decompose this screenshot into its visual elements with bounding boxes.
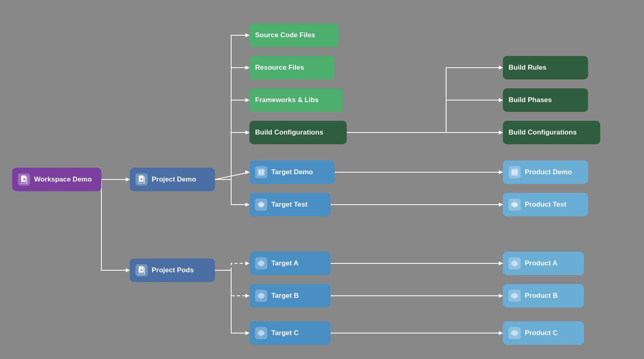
frameworks-node: Frameworks & Libs <box>249 88 343 112</box>
build-rules-label: Build Rules <box>509 64 547 72</box>
svg-rect-37 <box>512 170 514 175</box>
workspace-demo-node: A Workspace Demo <box>12 168 101 191</box>
product-a-node: Product A <box>503 252 584 275</box>
target-a-icon <box>255 257 267 269</box>
product-c-node: Product C <box>503 321 584 345</box>
project-demo-icon: A <box>135 173 148 186</box>
svg-marker-1 <box>126 177 130 182</box>
target-b-node: Target B <box>249 284 331 308</box>
svg-rect-34 <box>259 170 261 175</box>
product-b-icon <box>509 290 521 302</box>
svg-marker-18 <box>245 261 249 265</box>
svg-marker-4 <box>245 66 249 70</box>
svg-marker-10 <box>499 98 503 102</box>
project-pods-icon: A <box>135 264 148 276</box>
product-a-label: Product A <box>525 259 558 267</box>
build-config-left-label: Build Configurations <box>255 128 323 137</box>
product-b-node: Product B <box>503 284 584 308</box>
project-demo-node: A Project Demo <box>130 168 215 191</box>
svg-line-7 <box>215 172 249 180</box>
build-phases-node: Build Phases <box>503 88 588 112</box>
svg-marker-16 <box>499 203 503 207</box>
svg-rect-33 <box>258 169 265 176</box>
target-demo-icon <box>255 166 267 178</box>
target-c-node: Target C <box>249 321 331 345</box>
target-b-icon <box>255 290 267 302</box>
svg-marker-24 <box>499 294 503 298</box>
product-test-label: Product Test <box>525 201 567 209</box>
target-c-label: Target C <box>271 329 299 337</box>
svg-text:A: A <box>23 177 26 181</box>
svg-marker-8 <box>245 170 249 174</box>
build-config-right-node: Build Configurations <box>503 121 600 144</box>
product-c-icon <box>509 327 521 339</box>
source-code-label: Source Code Files <box>255 31 315 39</box>
svg-rect-38 <box>515 170 517 175</box>
project-demo-label: Project Demo <box>152 175 196 184</box>
target-a-label: Target A <box>271 259 298 267</box>
build-config-left-node: Build Configurations <box>249 121 347 144</box>
svg-marker-12 <box>499 130 503 135</box>
svg-marker-17 <box>245 203 249 207</box>
svg-rect-35 <box>262 170 264 175</box>
target-a-node: Target A <box>249 252 331 275</box>
source-code-node: Source Code Files <box>249 24 339 47</box>
resource-files-label: Resource Files <box>255 64 304 72</box>
svg-marker-2 <box>126 268 130 272</box>
product-demo-icon <box>509 166 521 178</box>
svg-marker-26 <box>499 331 503 335</box>
workspace-demo-label: Workspace Demo <box>34 175 92 184</box>
svg-marker-22 <box>499 261 503 265</box>
svg-rect-36 <box>511 169 518 176</box>
product-demo-label: Product Demo <box>525 168 572 176</box>
target-demo-label: Target Demo <box>271 168 313 176</box>
svg-marker-3 <box>245 33 249 37</box>
project-pods-node: A Project Pods <box>130 259 215 282</box>
frameworks-label: Frameworks & Libs <box>255 96 319 104</box>
project-pods-label: Project Pods <box>152 266 194 274</box>
workspace-icon: A <box>18 173 30 186</box>
product-c-label: Product C <box>525 329 558 337</box>
build-config-right-label: Build Configurations <box>509 128 577 137</box>
svg-marker-19 <box>245 294 249 298</box>
svg-marker-6 <box>245 130 249 135</box>
product-test-icon <box>509 199 521 211</box>
target-test-node: Target Test <box>249 193 331 216</box>
svg-marker-5 <box>245 98 249 102</box>
svg-text:A: A <box>140 177 143 181</box>
target-c-icon <box>255 327 267 339</box>
product-demo-node: Product Demo <box>503 160 588 184</box>
svg-text:A: A <box>140 268 143 272</box>
product-b-label: Product B <box>525 292 558 300</box>
svg-marker-9 <box>499 66 503 70</box>
product-test-node: Product Test <box>503 193 588 216</box>
svg-marker-20 <box>245 331 249 335</box>
product-a-icon <box>509 257 521 269</box>
target-test-icon <box>255 199 267 211</box>
target-demo-node: Target Demo <box>249 160 335 184</box>
svg-marker-14 <box>499 170 503 174</box>
build-rules-node: Build Rules <box>503 56 588 79</box>
target-b-label: Target B <box>271 292 299 300</box>
resource-files-node: Resource Files <box>249 56 335 79</box>
build-phases-label: Build Phases <box>509 96 552 104</box>
target-test-label: Target Test <box>271 201 307 209</box>
